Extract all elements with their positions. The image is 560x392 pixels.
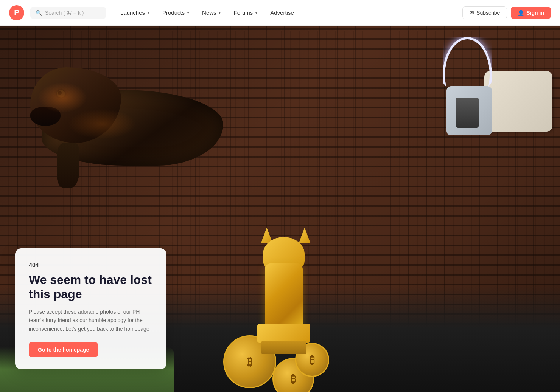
hero-section: ₿ ₿ ₿ 404 We seem to have lost this page… — [0, 26, 560, 392]
chevron-down-icon: ▼ — [254, 11, 258, 15]
subscribe-label: Subscribe — [476, 10, 500, 16]
signin-button[interactable]: 👤 Sign in — [511, 7, 551, 19]
trophy-base — [257, 324, 310, 343]
trophy-body — [265, 263, 303, 332]
trophy-ear-right — [299, 228, 310, 243]
chevron-down-icon: ▼ — [186, 11, 190, 15]
chevron-down-icon: ▼ — [218, 11, 222, 15]
go-to-homepage-button[interactable]: Go to the homepage — [29, 342, 98, 357]
subscribe-button[interactable]: ✉ Subscribe — [462, 6, 507, 19]
gold-cat-trophy — [257, 248, 318, 354]
nav-forums-label: Forums — [234, 9, 253, 16]
trophy-pedestal — [261, 341, 306, 354]
nav-item-advertise[interactable]: Advertise — [265, 6, 299, 19]
error-card: 404 We seem to have lost this page Pleas… — [15, 248, 166, 369]
nav-item-launches[interactable]: Launches ▼ — [115, 6, 156, 19]
search-placeholder: Search ( ⌘ + k ) — [45, 10, 84, 16]
nav-right: ✉ Subscribe 👤 Sign in — [462, 6, 551, 19]
logo-icon[interactable]: P — [9, 5, 24, 20]
nav-products-label: Products — [162, 9, 185, 16]
nav-item-forums[interactable]: Forums ▼ — [229, 6, 264, 19]
nav-launches-label: Launches — [120, 9, 145, 16]
nav-item-products[interactable]: Products ▼ — [157, 6, 195, 19]
search-box[interactable]: 🔍 Search ( ⌘ + k ) — [30, 7, 106, 19]
nav-links: Launches ▼ Products ▼ News ▼ Forums ▼ Ad… — [115, 6, 459, 19]
error-title: We seem to have lost this page — [29, 273, 153, 302]
dog-fur-tan — [38, 82, 87, 113]
dog-leg — [57, 143, 79, 188]
nav-news-label: News — [202, 9, 216, 16]
error-description: Please accept these adorable photos of o… — [29, 308, 153, 333]
neon-base — [456, 98, 479, 128]
neon-light-sculpture — [435, 29, 503, 135]
signin-icon: 👤 — [518, 10, 524, 16]
search-icon: 🔍 — [36, 10, 42, 16]
navbar: P 🔍 Search ( ⌘ + k ) Launches ▼ Products… — [0, 0, 560, 26]
nav-item-news[interactable]: News ▼ — [197, 6, 227, 19]
error-code: 404 — [29, 262, 153, 269]
logo[interactable]: P — [9, 5, 24, 20]
signin-label: Sign in — [526, 10, 544, 16]
dog-image — [19, 45, 284, 234]
chevron-down-icon: ▼ — [146, 11, 150, 15]
subscribe-icon: ✉ — [470, 10, 474, 16]
dog-fur-tan2 — [68, 109, 136, 139]
nav-advertise-label: Advertise — [270, 9, 294, 16]
